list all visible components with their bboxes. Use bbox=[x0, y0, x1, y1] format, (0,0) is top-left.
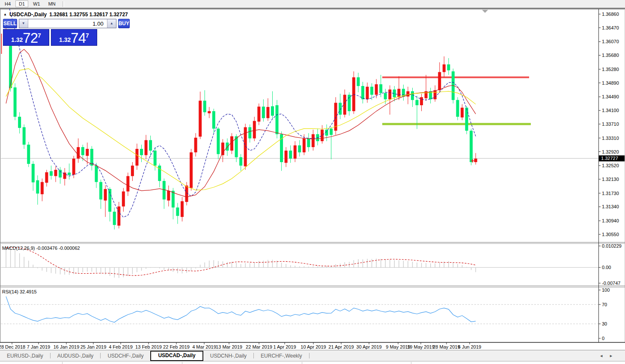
svg-text:100: 100 bbox=[602, 287, 610, 293]
svg-text:10 Apr 2019: 10 Apr 2019 bbox=[301, 344, 326, 349]
toolbar-separator bbox=[62, 1, 64, 7]
sell-button[interactable]: SELL bbox=[3, 19, 17, 28]
bottom-panel-sliver bbox=[0, 361, 625, 364]
svg-text:22 Feb 2019: 22 Feb 2019 bbox=[163, 344, 190, 349]
tab-usdchf-daily[interactable]: USDCHF-,Daily bbox=[101, 351, 150, 361]
tab-separator bbox=[309, 353, 310, 358]
tab-usdcnh-daily[interactable]: USDCNH-,Daily bbox=[203, 351, 253, 361]
chart-shift-marker-icon[interactable] bbox=[482, 10, 488, 13]
svg-text:1.35680: 1.35680 bbox=[602, 53, 619, 58]
tab-usdcad-daily[interactable]: USDCAD-,Daily bbox=[150, 351, 203, 361]
svg-text:22 Mar 2019: 22 Mar 2019 bbox=[246, 344, 272, 349]
svg-text:1.35280: 1.35280 bbox=[602, 67, 619, 72]
buy-price-display[interactable]: 1.32 74 7 bbox=[51, 29, 97, 46]
buy-price-main: 74 bbox=[71, 32, 86, 44]
svg-text:30: 30 bbox=[602, 321, 607, 326]
timeframe-mn-button[interactable]: MN bbox=[45, 0, 59, 7]
svg-text:7 Jan 2019: 7 Jan 2019 bbox=[27, 344, 50, 349]
tab-scroll-right-icon[interactable]: ► bbox=[609, 354, 613, 358]
svg-text:1.36070: 1.36070 bbox=[602, 39, 619, 44]
svg-text:1 Apr 2019: 1 Apr 2019 bbox=[273, 344, 296, 349]
volume-increase-icon[interactable]: ▲ bbox=[107, 19, 116, 28]
volume-decrease-icon[interactable]: ▼ bbox=[19, 19, 28, 28]
svg-text:4 Feb 2019: 4 Feb 2019 bbox=[109, 344, 133, 349]
svg-text:21 Apr 2019: 21 Apr 2019 bbox=[328, 344, 354, 349]
panel-column-divider bbox=[62, 362, 62, 364]
buy-price-sup: 7 bbox=[86, 32, 89, 39]
svg-text:28 Dec 2018: 28 Dec 2018 bbox=[0, 344, 25, 349]
tab-eurusd-daily[interactable]: EURUSD-,Daily bbox=[0, 351, 50, 361]
svg-text:1.34890: 1.34890 bbox=[602, 80, 619, 86]
sell-price-sup: 7 bbox=[38, 32, 41, 39]
price-axis: 1.368601.364701.360701.356801.352801.348… bbox=[598, 12, 625, 237]
sell-price-display[interactable]: 1.32 72 7 bbox=[3, 29, 49, 46]
svg-text:1.32727: 1.32727 bbox=[601, 156, 618, 161]
svg-text:70: 70 bbox=[602, 302, 607, 307]
main-chart-canvas[interactable]: 1.368601.364701.360701.356801.352801.348… bbox=[0, 8, 625, 350]
chart-tab-bar: EURUSD-,DailyAUDUSD-,DailyUSDCHF-,DailyU… bbox=[0, 350, 625, 361]
svg-text:1.33310: 1.33310 bbox=[602, 136, 619, 141]
svg-text:0: 0 bbox=[602, 336, 604, 341]
svg-text:1.36860: 1.36860 bbox=[602, 12, 619, 17]
panel-column-divider bbox=[302, 362, 302, 364]
svg-text:30 Apr 2019: 30 Apr 2019 bbox=[356, 344, 381, 349]
svg-text:0.00: 0.00 bbox=[602, 265, 611, 270]
timeframe-h4-button[interactable]: H4 bbox=[1, 0, 14, 7]
sell-price-main: 72 bbox=[23, 32, 38, 44]
svg-text:1.36470: 1.36470 bbox=[602, 25, 619, 30]
svg-text:1.32520: 1.32520 bbox=[602, 163, 619, 168]
slow-ma-line bbox=[6, 68, 476, 190]
panel-column-divider bbox=[411, 362, 411, 364]
svg-text:19 May 2019: 19 May 2019 bbox=[407, 344, 435, 349]
mt4-terminal: H4 D1 W1 MN 1.368601.364701.360701.35680… bbox=[0, 0, 625, 364]
svg-text:1.32920: 1.32920 bbox=[602, 149, 619, 154]
tab-audusd-daily[interactable]: AUDUSD-,Daily bbox=[51, 351, 101, 361]
macd-signal-line bbox=[6, 247, 476, 275]
svg-text:1.32130: 1.32130 bbox=[602, 177, 619, 182]
svg-text:25 Jan 2019: 25 Jan 2019 bbox=[80, 344, 107, 349]
buy-button[interactable]: BUY bbox=[118, 19, 130, 28]
svg-text:1.34100: 1.34100 bbox=[602, 108, 619, 113]
svg-text:13 Mar 2019: 13 Mar 2019 bbox=[216, 344, 242, 349]
rsi-line bbox=[6, 296, 476, 322]
svg-text:13 Feb 2019: 13 Feb 2019 bbox=[135, 344, 162, 349]
volume-input[interactable] bbox=[28, 19, 107, 28]
buy-price-prefix: 1.32 bbox=[59, 35, 71, 44]
date-axis: 28 Dec 20187 Jan 201916 Jan 201925 Jan 2… bbox=[0, 342, 481, 349]
svg-text:0.010229: 0.010229 bbox=[602, 243, 622, 249]
timeframe-w1-button[interactable]: W1 bbox=[30, 0, 44, 7]
tab-eurchf-weekly[interactable]: EURCHF-,Weekly bbox=[254, 351, 309, 361]
svg-text:1.30940: 1.30940 bbox=[602, 218, 619, 223]
timeframe-toolbar: H4 D1 W1 MN bbox=[0, 0, 625, 8]
one-click-trade-panel: SELL ▼ ▲ BUY 1.32 72 7 1.32 74 7 bbox=[3, 19, 97, 46]
svg-text:16 Jan 2019: 16 Jan 2019 bbox=[54, 344, 80, 349]
svg-text:1.30550: 1.30550 bbox=[602, 232, 619, 237]
svg-text:1.34490: 1.34490 bbox=[602, 94, 619, 99]
sell-price-prefix: 1.32 bbox=[11, 35, 23, 44]
svg-text:4 Mar 2019: 4 Mar 2019 bbox=[192, 344, 216, 349]
svg-text:-0.00747: -0.00747 bbox=[602, 281, 620, 286]
panel-column-divider bbox=[182, 362, 182, 364]
macd-pane: 0.0102290.00-0.00747 bbox=[1, 243, 622, 286]
svg-text:1.31730: 1.31730 bbox=[602, 191, 619, 196]
svg-text:9 May 2019: 9 May 2019 bbox=[386, 344, 410, 349]
svg-text:28 May 2019: 28 May 2019 bbox=[433, 344, 460, 349]
svg-text:1.33710: 1.33710 bbox=[602, 121, 619, 127]
svg-text:6 Jun 2019: 6 Jun 2019 bbox=[458, 344, 481, 349]
svg-text:1.31340: 1.31340 bbox=[602, 204, 619, 209]
volume-stepper: ▼ ▲ bbox=[19, 19, 116, 28]
rsi-pane: 10070300 bbox=[1, 287, 610, 341]
tab-scroll-left-icon[interactable]: ◄ bbox=[599, 354, 603, 358]
timeframe-d1-button[interactable]: D1 bbox=[15, 0, 28, 7]
candles-layer bbox=[5, 22, 477, 230]
chart-window: 1.368601.364701.360701.356801.352801.348… bbox=[0, 8, 625, 350]
